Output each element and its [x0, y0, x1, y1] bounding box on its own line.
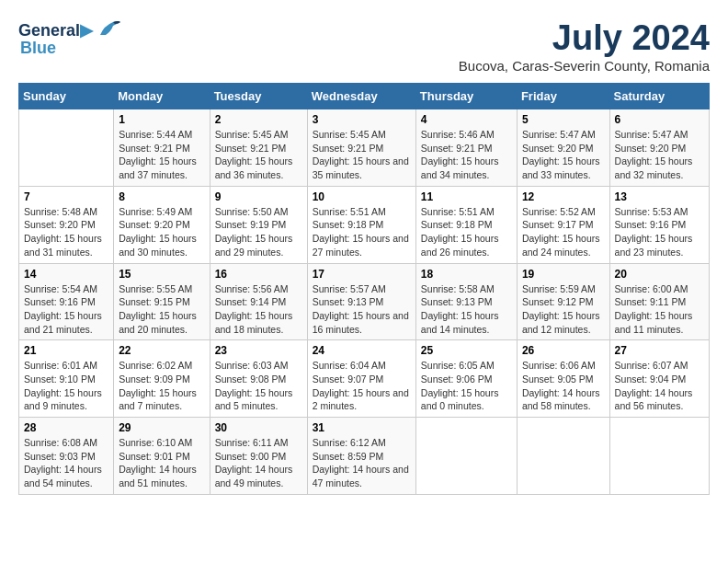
calendar-cell: 31Sunrise: 6:12 AMSunset: 8:59 PMDayligh…: [307, 418, 415, 495]
calendar-cell: 16Sunrise: 5:56 AMSunset: 9:14 PMDayligh…: [210, 263, 307, 340]
day-info: Sunrise: 6:08 AMSunset: 9:03 PMDaylight:…: [24, 436, 108, 490]
day-info: Sunrise: 6:06 AMSunset: 9:05 PMDaylight:…: [522, 359, 605, 413]
day-info: Sunrise: 5:44 AMSunset: 9:21 PMDaylight:…: [119, 128, 204, 182]
calendar-cell: 22Sunrise: 6:02 AMSunset: 9:09 PMDayligh…: [114, 340, 210, 418]
day-number: 6: [615, 113, 704, 126]
calendar-cell: 28Sunrise: 6:08 AMSunset: 9:03 PMDayligh…: [19, 418, 114, 495]
calendar-cell: 4Sunrise: 5:46 AMSunset: 9:21 PMDaylight…: [415, 109, 517, 187]
calendar-cell: 30Sunrise: 6:11 AMSunset: 9:00 PMDayligh…: [210, 418, 307, 495]
calendar-cell: 2Sunrise: 5:45 AMSunset: 9:21 PMDaylight…: [210, 109, 307, 187]
day-number: 28: [24, 421, 108, 434]
day-number: 1: [119, 113, 204, 126]
weekday-header-saturday: Saturday: [609, 84, 709, 109]
location: Bucova, Caras-Severin County, Romania: [459, 58, 710, 74]
day-number: 13: [615, 190, 704, 203]
calendar-cell: 15Sunrise: 5:55 AMSunset: 9:15 PMDayligh…: [114, 263, 210, 340]
weekday-header-sunday: Sunday: [19, 84, 114, 109]
weekday-header-thursday: Thursday: [415, 84, 517, 109]
day-info: Sunrise: 5:45 AMSunset: 9:21 PMDaylight:…: [215, 128, 302, 182]
calendar-cell: [609, 418, 709, 495]
day-number: 15: [119, 268, 204, 281]
calendar-cell: 23Sunrise: 6:03 AMSunset: 9:08 PMDayligh…: [210, 340, 307, 418]
calendar-cell: 7Sunrise: 5:48 AMSunset: 9:20 PMDaylight…: [19, 186, 114, 263]
day-info: Sunrise: 5:51 AMSunset: 9:18 PMDaylight:…: [313, 205, 411, 259]
day-number: 16: [215, 268, 302, 281]
calendar-cell: 27Sunrise: 6:07 AMSunset: 9:04 PMDayligh…: [609, 340, 709, 418]
day-number: 3: [313, 113, 411, 126]
calendar-cell: [517, 418, 609, 495]
day-info: Sunrise: 5:54 AMSunset: 9:16 PMDaylight:…: [24, 282, 108, 337]
day-number: 23: [215, 344, 302, 357]
calendar-cell: 10Sunrise: 5:51 AMSunset: 9:18 PMDayligh…: [307, 186, 415, 263]
day-info: Sunrise: 5:52 AMSunset: 9:17 PMDaylight:…: [522, 205, 605, 259]
day-info: Sunrise: 6:10 AMSunset: 9:01 PMDaylight:…: [119, 436, 204, 490]
weekday-header-tuesday: Tuesday: [210, 84, 307, 109]
day-info: Sunrise: 6:11 AMSunset: 9:00 PMDaylight:…: [215, 436, 302, 490]
day-info: Sunrise: 5:56 AMSunset: 9:14 PMDaylight:…: [215, 282, 302, 337]
day-number: 25: [421, 344, 512, 357]
calendar-cell: 26Sunrise: 6:06 AMSunset: 9:05 PMDayligh…: [517, 340, 609, 418]
day-info: Sunrise: 5:55 AMSunset: 9:15 PMDaylight:…: [119, 282, 204, 337]
calendar-cell: 24Sunrise: 6:04 AMSunset: 9:07 PMDayligh…: [307, 340, 415, 418]
day-number: 31: [313, 421, 411, 434]
day-info: Sunrise: 6:02 AMSunset: 9:09 PMDaylight:…: [119, 359, 204, 413]
logo-text: General▶: [18, 21, 93, 40]
calendar-cell: 18Sunrise: 5:58 AMSunset: 9:13 PMDayligh…: [415, 263, 517, 340]
day-number: 24: [313, 344, 411, 357]
day-info: Sunrise: 5:50 AMSunset: 9:19 PMDaylight:…: [215, 205, 302, 259]
calendar-cell: [415, 418, 517, 495]
calendar-cell: 12Sunrise: 5:52 AMSunset: 9:17 PMDayligh…: [517, 186, 609, 263]
day-info: Sunrise: 5:47 AMSunset: 9:20 PMDaylight:…: [522, 128, 605, 182]
day-info: Sunrise: 5:45 AMSunset: 9:21 PMDaylight:…: [313, 128, 411, 182]
day-number: 11: [421, 190, 512, 203]
day-number: 26: [522, 344, 605, 357]
day-number: 8: [119, 190, 204, 203]
day-info: Sunrise: 6:03 AMSunset: 9:08 PMDaylight:…: [215, 359, 302, 413]
day-number: 27: [615, 344, 704, 357]
logo-bird-icon: [93, 18, 122, 42]
calendar-cell: 8Sunrise: 5:49 AMSunset: 9:20 PMDaylight…: [114, 186, 210, 263]
day-number: 29: [119, 421, 204, 434]
calendar-cell: 6Sunrise: 5:47 AMSunset: 9:20 PMDaylight…: [609, 109, 709, 187]
calendar-cell: [19, 109, 114, 187]
day-number: 7: [24, 190, 108, 203]
calendar-cell: 3Sunrise: 5:45 AMSunset: 9:21 PMDaylight…: [307, 109, 415, 187]
calendar-cell: 20Sunrise: 6:00 AMSunset: 9:11 PMDayligh…: [609, 263, 709, 340]
calendar-cell: 9Sunrise: 5:50 AMSunset: 9:19 PMDaylight…: [210, 186, 307, 263]
calendar-cell: 13Sunrise: 5:53 AMSunset: 9:16 PMDayligh…: [609, 186, 709, 263]
day-number: 5: [522, 113, 605, 126]
day-number: 10: [313, 190, 411, 203]
month-title: July 2024: [459, 18, 710, 58]
day-info: Sunrise: 6:00 AMSunset: 9:11 PMDaylight:…: [615, 282, 704, 337]
day-number: 17: [313, 268, 411, 281]
weekday-header-wednesday: Wednesday: [307, 84, 415, 109]
day-info: Sunrise: 5:49 AMSunset: 9:20 PMDaylight:…: [119, 205, 204, 259]
day-info: Sunrise: 5:58 AMSunset: 9:13 PMDaylight:…: [421, 282, 512, 337]
day-info: Sunrise: 5:47 AMSunset: 9:20 PMDaylight:…: [615, 128, 704, 182]
day-number: 19: [522, 268, 605, 281]
day-info: Sunrise: 6:07 AMSunset: 9:04 PMDaylight:…: [615, 359, 704, 413]
calendar-cell: 25Sunrise: 6:05 AMSunset: 9:06 PMDayligh…: [415, 340, 517, 418]
calendar-cell: 1Sunrise: 5:44 AMSunset: 9:21 PMDaylight…: [114, 109, 210, 187]
logo: General▶ Blue: [18, 18, 122, 58]
day-info: Sunrise: 5:53 AMSunset: 9:16 PMDaylight:…: [615, 205, 704, 259]
day-number: 12: [522, 190, 605, 203]
calendar-cell: 21Sunrise: 6:01 AMSunset: 9:10 PMDayligh…: [19, 340, 114, 418]
day-number: 30: [215, 421, 302, 434]
day-number: 22: [119, 344, 204, 357]
day-info: Sunrise: 5:46 AMSunset: 9:21 PMDaylight:…: [421, 128, 512, 182]
calendar-cell: 17Sunrise: 5:57 AMSunset: 9:13 PMDayligh…: [307, 263, 415, 340]
day-number: 20: [615, 268, 704, 281]
weekday-header-friday: Friday: [517, 84, 609, 109]
day-number: 4: [421, 113, 512, 126]
day-number: 14: [24, 268, 108, 281]
day-number: 18: [421, 268, 512, 281]
day-info: Sunrise: 6:04 AMSunset: 9:07 PMDaylight:…: [313, 359, 411, 413]
day-info: Sunrise: 6:12 AMSunset: 8:59 PMDaylight:…: [313, 436, 411, 490]
day-number: 2: [215, 113, 302, 126]
day-info: Sunrise: 6:01 AMSunset: 9:10 PMDaylight:…: [24, 359, 108, 413]
day-info: Sunrise: 5:59 AMSunset: 9:12 PMDaylight:…: [522, 282, 605, 337]
day-info: Sunrise: 5:48 AMSunset: 9:20 PMDaylight:…: [24, 205, 108, 259]
page-header: General▶ Blue July 2024 Bucova, Caras-Se…: [18, 18, 710, 74]
calendar-cell: 19Sunrise: 5:59 AMSunset: 9:12 PMDayligh…: [517, 263, 609, 340]
